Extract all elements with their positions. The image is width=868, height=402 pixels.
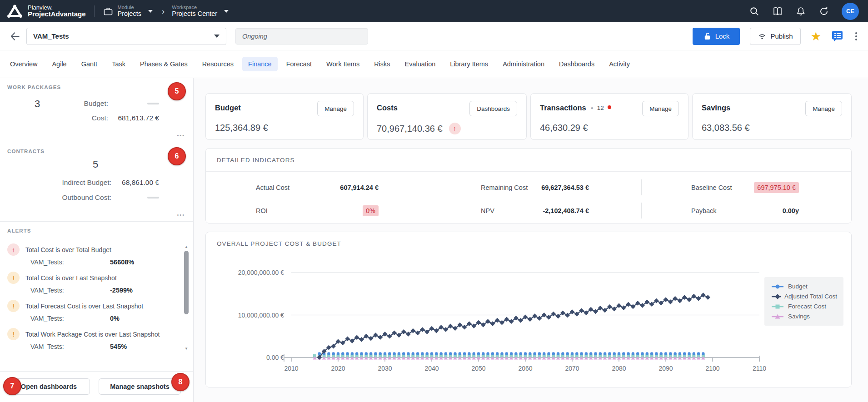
transactions-count: 12 <box>597 104 604 111</box>
cost-budget-plot: 20,000,000.00 €10,000,000.00 €0.00 €2010… <box>206 255 852 387</box>
broadcast-icon <box>758 32 767 40</box>
svg-text:10,000,000.00 €: 10,000,000.00 € <box>238 312 284 319</box>
search-icon[interactable] <box>749 6 760 17</box>
scroll-up-icon[interactable]: ▲ <box>184 245 189 249</box>
work-packages-count: 3 <box>24 98 51 110</box>
favorite-star-icon[interactable]: ★ <box>811 30 821 42</box>
indicator-remaining-cost: Remaining Cost 69,627,364.53 € <box>431 176 641 199</box>
back-arrow-icon[interactable] <box>9 30 21 42</box>
alert-item[interactable]: ! Total Forecast Cost is over Last Snaps… <box>7 300 178 322</box>
transactions-card: Transactions ● 12 Manage 46,630.29 € <box>530 93 688 140</box>
tab-overview[interactable]: Overview <box>4 57 43 71</box>
costs-dashboards-button[interactable]: Dashboards <box>469 101 517 116</box>
workspace-label: Workspace <box>172 5 217 10</box>
legend-item[interactable]: Forecast Cost <box>771 303 837 310</box>
svg-text:2040: 2040 <box>424 365 439 372</box>
feedback-icon[interactable] <box>831 30 843 42</box>
alerts-scrollbar[interactable]: ▲ ▼ <box>184 245 189 351</box>
bell-icon[interactable] <box>795 6 806 17</box>
scrollbar-thumb[interactable] <box>184 251 189 314</box>
legend-label: Forecast Cost <box>788 303 826 310</box>
savings-card-title: Savings <box>702 104 730 112</box>
book-icon[interactable] <box>772 6 783 17</box>
alert-title: Total Work Package Cost is over Last Sna… <box>25 331 160 338</box>
tab-activity[interactable]: Activity <box>603 57 636 71</box>
indicator-npv: NPV -2,102,408.74 € <box>431 199 641 222</box>
tab-resources[interactable]: Resources <box>196 57 239 71</box>
roi-highlight: 0% <box>363 205 379 216</box>
workspace-selector[interactable]: Workspace Projects Center <box>172 5 229 18</box>
work-packages-more-icon[interactable]: ••• <box>177 133 185 138</box>
tab-gantt[interactable]: Gantt <box>75 57 103 71</box>
alert-value: 0% <box>110 315 120 322</box>
contracts-badge: 6 <box>168 147 186 165</box>
refresh-icon[interactable] <box>818 6 829 17</box>
project-header: VAM_Tests Ongoing Lock Publish ★ <box>0 22 868 50</box>
alert-item[interactable]: ↑ Total Cost is over Total Budget VAM_Te… <box>7 243 178 266</box>
budget-manage-button[interactable]: Manage <box>317 101 354 116</box>
workspace-value: Projects Center <box>172 10 217 18</box>
tab-phases-gates[interactable]: Phases & Gates <box>134 57 194 71</box>
wp-cost-value: 681,613.72 € <box>108 114 159 122</box>
wp-cost-row: Cost: 681,613.72 € <box>55 111 159 125</box>
tab-forecast[interactable]: Forecast <box>280 57 318 71</box>
costs-card: Costs Dashboards 70,967,140.36 € ↑ <box>367 93 527 140</box>
empty-value-dash <box>147 103 159 104</box>
topbar-divider <box>94 5 95 17</box>
indirect-budget-value: 68,861.00 € <box>111 179 159 187</box>
overall-cost-budget-card: OVERALL PROJECT COST & BUDGET 20,000,000… <box>205 232 852 387</box>
transactions-card-value: 46,630.29 € <box>540 123 679 133</box>
tab-task[interactable]: Task <box>106 57 131 71</box>
alert-warning-icon: ! <box>7 300 20 312</box>
tab-evaluation[interactable]: Evaluation <box>399 57 442 71</box>
project-select[interactable]: VAM_Tests <box>26 28 226 45</box>
tab-work-items[interactable]: Work Items <box>320 57 365 71</box>
tab-library-items[interactable]: Library Items <box>444 57 494 71</box>
publish-label: Publish <box>770 32 793 40</box>
tab-administration[interactable]: Administration <box>497 57 550 71</box>
chart-legend: BudgetAdjusted Total CostForecast CostSa… <box>764 277 843 326</box>
tab-risks[interactable]: Risks <box>368 57 396 71</box>
lock-button[interactable]: Lock <box>693 28 740 45</box>
savings-manage-button[interactable]: Manage <box>805 101 842 116</box>
project-name: VAM_Tests <box>33 32 69 40</box>
tab-dashboards[interactable]: Dashboards <box>553 57 600 71</box>
alert-item[interactable]: ! Total Work Package Cost is over Last S… <box>7 328 178 350</box>
contracts-title: CONTRACTS <box>7 149 45 154</box>
finance-sidebar: WORK PACKAGES 5 3 Budget: Cost: 681,613.… <box>0 78 194 402</box>
alert-value: 56608% <box>110 258 134 266</box>
brand-line2: ProjectAdvantage <box>28 10 86 18</box>
legend-item[interactable]: Adjusted Total Cost <box>771 293 837 300</box>
alert-value: 545% <box>110 343 127 350</box>
manage-snapshots-button[interactable]: Manage snapshots <box>99 378 181 395</box>
alert-project-label: VAM_Tests: <box>30 343 110 350</box>
alert-up-arrow-icon: ↑ <box>7 243 20 256</box>
svg-text:2020: 2020 <box>331 365 345 372</box>
top-bar: Planview. ProjectAdvantage Module Projec… <box>0 0 868 22</box>
contracts-outbound-cost-row: Outbound Cost: <box>18 190 159 205</box>
status-field[interactable]: Ongoing <box>235 28 368 45</box>
contracts-more-icon[interactable]: ••• <box>177 212 185 218</box>
legend-item[interactable]: Savings <box>771 313 837 320</box>
legend-item[interactable]: Budget <box>771 283 837 290</box>
svg-text:20,000,000.00 €: 20,000,000.00 € <box>238 269 284 276</box>
transactions-manage-button[interactable]: Manage <box>642 101 679 116</box>
costs-card-title: Costs <box>377 104 398 112</box>
alert-item[interactable]: ! Total Cost is over Last Snapshot VAM_T… <box>7 272 178 294</box>
tab-agile[interactable]: Agile <box>46 57 72 71</box>
baseline-cost-highlight: 697,975.10 € <box>754 182 799 193</box>
svg-text:2050: 2050 <box>471 365 485 372</box>
scroll-down-icon[interactable]: ▼ <box>184 347 189 351</box>
transactions-card-title: Transactions <box>540 104 586 112</box>
user-avatar[interactable]: CE <box>842 3 859 20</box>
svg-text:2070: 2070 <box>565 365 579 372</box>
budget-card-title: Budget <box>215 104 241 112</box>
brand-line1: Planview. <box>28 5 86 11</box>
more-options-icon[interactable] <box>853 30 859 42</box>
legend-label: Adjusted Total Cost <box>784 293 837 300</box>
tab-finance[interactable]: Finance <box>242 57 278 71</box>
publish-button[interactable]: Publish <box>750 28 800 45</box>
svg-text:2030: 2030 <box>378 365 392 372</box>
manage-snapshots-badge: 8 <box>171 373 190 391</box>
module-selector[interactable]: Module Projects <box>103 5 153 18</box>
